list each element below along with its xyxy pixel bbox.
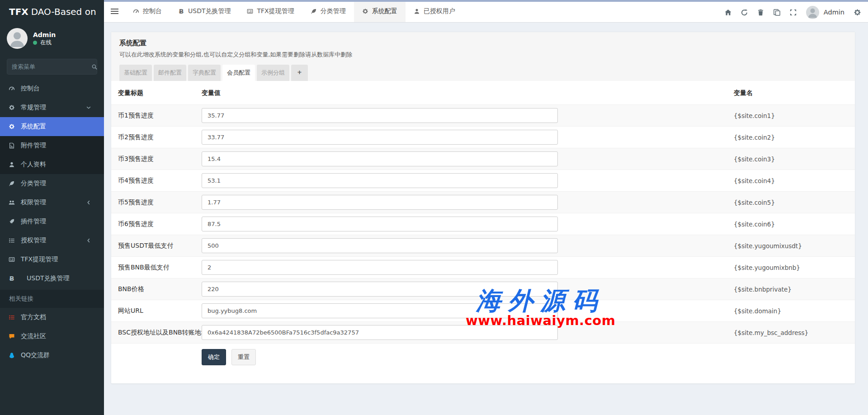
sidebar-toggle-button[interactable] [104,0,125,22]
tab-label: 系统配置 [372,7,397,15]
menu-search [7,59,97,75]
sidebar-item-label: 授权管理 [21,236,46,245]
bitcoin-icon: Ƀ [9,275,15,282]
row-value-input[interactable] [202,303,558,318]
user-icon [9,161,15,168]
row-value-input[interactable] [202,238,558,253]
tab-label: 分类管理 [321,7,346,15]
tab-example-group[interactable]: 示例分组 [257,65,289,81]
topbar-user-menu[interactable]: Admin [802,6,849,19]
row-varname: {$site.yugoumixusdt} [727,242,855,250]
page-loading-bar [0,0,868,2]
reset-button[interactable]: 重置 [231,349,256,365]
row-value-input[interactable] [202,325,558,340]
row-title: 币2预售进度 [111,133,195,141]
sidebar-item-tfx-withdraw[interactable]: TFX提现管理 [0,250,104,269]
row-value-input[interactable] [202,282,558,297]
menu-search-input[interactable] [12,63,91,70]
tab-dictionary-config[interactable]: 字典配置 [188,65,221,81]
sidebar-links-header: 相关链接 [0,290,104,308]
wipe-pages-button[interactable] [769,2,785,23]
row-varname: {$site.coin4} [727,177,855,184]
refresh-button[interactable] [736,2,753,23]
sidebar-item-general[interactable]: 常规管理 [0,98,104,117]
row-varname: {$site.coin6} [727,221,855,228]
list-icon [9,314,15,321]
home-button[interactable] [720,2,736,23]
sidebar-link-docs[interactable]: 官方文档 [0,308,104,327]
sidebar-item-label: 控制台 [21,85,40,93]
page-title: 系统配置 [119,39,847,47]
column-header-value: 变量值 [195,81,727,104]
row-title: 预售BNB最低支付 [111,264,195,272]
tab-basic-config[interactable]: 基础配置 [119,65,152,81]
sidebar: TFX DAO-Based on Admin 在线 控制台 常规管理 系统配置 [0,0,104,415]
row-value-input[interactable] [202,260,558,275]
sidebar-item-categories[interactable]: 分类管理 [0,174,104,193]
sidebar-link-community[interactable]: 交流社区 [0,327,104,346]
row-title: BSC授权地址以及BNB转账地址 [111,329,195,337]
user-status: 在线 [33,39,56,47]
avatar [806,6,819,19]
tab-label: TFX提现管理 [257,7,294,15]
sidebar-item-label: 附件管理 [21,141,46,150]
settings-button[interactable] [849,2,865,23]
panel-heading: 系统配置 可以在此增改系统的变量和分组,也可以自定义分组和变量,如果需要删除请从… [111,32,855,81]
sidebar-item-dashboard[interactable]: 控制台 [0,79,104,98]
trash-icon [757,9,764,16]
qq-icon [9,352,15,358]
row-value-input[interactable] [202,173,558,188]
add-group-tab[interactable]: + [291,65,308,81]
row-value-input[interactable] [202,108,558,123]
row-value-input[interactable] [202,151,558,166]
tab-label: 控制台 [143,7,162,15]
table-row: 币6预售进度 {$site.coin6} [111,213,855,235]
online-dot-icon [33,41,37,45]
sidebar-item-label: 插件管理 [21,217,46,226]
tab-member-config[interactable]: 会员配置 [222,65,255,81]
submit-button[interactable]: 确定 [202,349,226,365]
tab-system-config[interactable]: 系统配置 [354,0,406,22]
table-row: 币2预售进度 {$site.coin2} [111,126,855,148]
table-row: BNB价格 {$site.bnbprivate} [111,278,855,300]
row-value-input[interactable] [202,217,558,231]
sidebar-item-system-config[interactable]: 系统配置 [0,117,104,136]
sidebar-item-label: 权限管理 [21,198,46,207]
gauge-icon [133,8,139,14]
app-logo[interactable]: TFX DAO-Based on [0,0,104,24]
search-icon[interactable] [91,64,98,70]
user-name: Admin [33,31,56,38]
row-title: 币5预售进度 [111,198,195,207]
gear-icon [9,104,15,111]
users-icon [9,199,15,206]
user-avatar [7,28,28,49]
comment-icon [9,333,15,340]
user-icon [414,8,420,14]
sidebar-item-label: 系统配置 [21,123,46,131]
sidebar-item-attachments[interactable]: 附件管理 [0,136,104,155]
sidebar-item-authorization[interactable]: 授权管理 [0,231,104,250]
sidebar-item-usdt-exchange[interactable]: Ƀ USDT兑换管理 [0,269,104,288]
tab-usdt-exchange[interactable]: Ƀ USDT兑换管理 [170,0,239,22]
sidebar-item-permissions[interactable]: 权限管理 [0,193,104,212]
row-title: 币4预售进度 [111,177,195,185]
row-value-input[interactable] [202,195,558,210]
tab-label: 已授权用户 [424,7,455,15]
tab-tfx-withdraw[interactable]: TFX提现管理 [239,0,302,22]
gauge-icon [9,85,15,92]
clear-cache-button[interactable] [753,2,769,23]
sidebar-item-label: 交流社区 [21,332,46,340]
tab-categories[interactable]: 分类管理 [302,0,354,22]
row-value-input[interactable] [202,130,558,145]
row-title: 网站URL [111,307,195,315]
sidebar-item-profile[interactable]: 个人资料 [0,155,104,174]
home-icon [724,9,732,16]
tab-dashboard[interactable]: 控制台 [125,0,170,22]
sidebar-link-qq-group[interactable]: QQ交流群 [0,346,104,365]
sidebar-item-plugins[interactable]: 插件管理 [0,212,104,231]
tab-authorized-users[interactable]: 已授权用户 [406,0,463,22]
fullscreen-button[interactable] [785,2,802,23]
tab-mail-config[interactable]: 邮件配置 [154,65,186,81]
row-varname: {$site.coin1} [727,112,855,119]
row-varname: {$site.yugoumixbnb} [727,264,855,271]
